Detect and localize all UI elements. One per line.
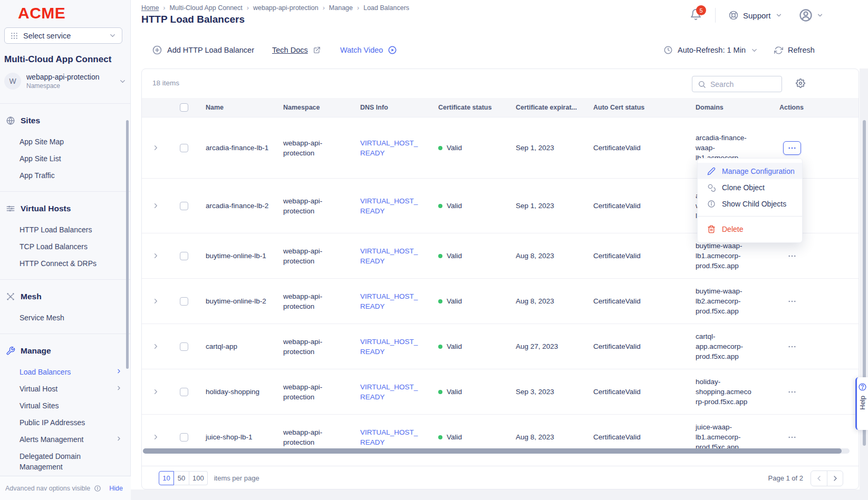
column-header-auto-cert-status[interactable]: Auto Cert status xyxy=(586,104,689,111)
cell-dns-info-link[interactable]: VIRTUAL_HOST_READY xyxy=(353,382,431,402)
sidebar-item-http-load-balancers[interactable]: HTTP Load Balancers xyxy=(0,221,131,238)
add-http-load-balancer-button[interactable]: Add HTTP Load Balancer xyxy=(152,40,254,61)
horizontal-scrollbar[interactable] xyxy=(143,448,850,454)
menu-item-delete[interactable]: Delete xyxy=(698,221,802,237)
previous-page-button[interactable] xyxy=(811,471,827,486)
page-size-100[interactable]: 100 xyxy=(189,471,208,485)
breadcrumb-item[interactable]: Home xyxy=(141,4,159,12)
cell-auto-cert-status: CertificateValid xyxy=(586,432,689,442)
breadcrumb-item[interactable]: Manage xyxy=(329,4,353,12)
cell-auto-cert-status: CertificateValid xyxy=(586,201,689,211)
namespace-selector[interactable]: W webapp-api-protection Namespace xyxy=(4,73,127,90)
column-header-dns-info[interactable]: DNS Info xyxy=(353,104,431,111)
breadcrumb-item[interactable]: Multi-Cloud App Connect xyxy=(170,4,243,12)
items-count: 18 items xyxy=(152,79,179,87)
nav-section-label: Virtual Hosts xyxy=(21,204,71,213)
row-checkbox[interactable] xyxy=(180,433,188,442)
row-actions-button[interactable] xyxy=(783,295,801,308)
row-actions-button[interactable] xyxy=(783,430,801,444)
cell-name: arcadia-finance-lb-2 xyxy=(199,201,276,211)
cell-dns-info-link[interactable]: VIRTUAL_HOST_READY xyxy=(353,291,431,311)
sidebar-item-app-traffic[interactable]: App Traffic xyxy=(0,167,131,184)
page-size-10[interactable]: 10 xyxy=(159,471,174,485)
refresh-button[interactable]: Refresh xyxy=(774,40,815,61)
menu-item-clone-object[interactable]: Clone Object xyxy=(698,179,802,195)
table-settings-gear-icon[interactable] xyxy=(796,79,805,88)
notifications-button[interactable]: 5 xyxy=(690,8,703,22)
menu-item-manage-configuration[interactable]: Manage Configuration xyxy=(698,163,802,179)
column-header-name[interactable]: Name xyxy=(199,104,276,111)
valid-status-dot xyxy=(438,299,442,303)
search-input[interactable] xyxy=(710,80,768,89)
sidebar-item-app-site-map[interactable]: App Site Map xyxy=(0,133,131,150)
hide-link[interactable]: Hide xyxy=(109,485,123,492)
menu-item-show-child-objects[interactable]: Show Child Objects xyxy=(698,195,802,212)
sidebar-item-load-balancers[interactable]: Load Balancers xyxy=(0,364,131,380)
sidebar-item-delegated-domain-management[interactable]: Delegated Domain Management xyxy=(0,448,131,475)
nav-section-title: Mesh xyxy=(0,288,131,305)
sidebar-item-virtual-host[interactable]: Virtual Host xyxy=(0,380,131,397)
row-expander-icon[interactable] xyxy=(152,433,160,441)
cell-dns-info-link[interactable]: VIRTUAL_HOST_READY xyxy=(353,427,431,447)
row-checkbox[interactable] xyxy=(180,342,188,351)
table-search[interactable] xyxy=(692,76,782,92)
column-header-certificate-status[interactable]: Certificate status xyxy=(431,104,509,111)
table-toolbar: 18 items xyxy=(142,69,859,98)
clock-icon xyxy=(663,45,673,55)
nav-section-virtual-hosts: Virtual HostsHTTP Load BalancersTCP Load… xyxy=(0,192,131,280)
cell-domains: cartql-app.acmecorp-prod.f5xc.app xyxy=(689,331,766,361)
cell-dns-info-link[interactable]: VIRTUAL_HOST_READY xyxy=(353,196,431,216)
cell-domains: buytime-waap-lb1.acmecorp-prod.f5xc.app xyxy=(689,241,766,271)
row-expander-icon[interactable] xyxy=(152,252,160,260)
row-expander-icon[interactable] xyxy=(152,297,160,305)
sidebar-scrollbar[interactable] xyxy=(126,120,129,369)
row-actions-button[interactable] xyxy=(783,141,801,155)
row-expander-icon[interactable] xyxy=(152,342,160,350)
row-checkbox[interactable] xyxy=(180,144,188,152)
help-tab[interactable]: Help xyxy=(855,377,868,430)
sidebar-item-public-ip-addresses[interactable]: Public IP Addresses xyxy=(0,414,131,431)
sidebar-item-label: TCP Load Balancers xyxy=(20,241,88,252)
sidebar-item-service-mesh[interactable]: Service Mesh xyxy=(0,309,131,326)
acme-logo: ACME xyxy=(18,4,65,22)
cell-dns-info-link[interactable]: VIRTUAL_HOST_READY xyxy=(353,337,431,357)
sidebar-item-tcp-load-balancers[interactable]: TCP Load Balancers xyxy=(0,238,131,255)
horizontal-scrollbar-thumb[interactable] xyxy=(143,448,842,454)
cell-dns-info-link[interactable]: VIRTUAL_HOST_READY xyxy=(353,138,431,158)
column-header-actions[interactable]: Actions xyxy=(766,104,817,111)
column-header-namespace[interactable]: Namespace xyxy=(276,104,353,111)
tech-docs-link[interactable]: Tech Docs xyxy=(272,40,321,61)
sidebar-item-app-site-list[interactable]: App Site List xyxy=(0,150,131,167)
row-checkbox[interactable] xyxy=(180,297,188,306)
page-size-50[interactable]: 50 xyxy=(174,471,189,485)
breadcrumb-item[interactable]: webapp-api-protection xyxy=(253,4,319,12)
watch-video-link[interactable]: Watch Video xyxy=(340,40,397,61)
breadcrumb-separator: › xyxy=(357,4,359,12)
row-expander-icon[interactable] xyxy=(152,202,160,210)
column-header-certificate-expirat-[interactable]: Certificate expirat... xyxy=(509,104,586,111)
row-actions-button[interactable] xyxy=(783,249,801,263)
row-expander-icon[interactable] xyxy=(152,144,160,152)
sidebar-item-virtual-sites[interactable]: Virtual Sites xyxy=(0,397,131,414)
select-all-checkbox[interactable] xyxy=(180,103,188,112)
row-expander-icon[interactable] xyxy=(152,388,160,396)
valid-status-dot xyxy=(438,345,442,349)
auto-refresh-dropdown[interactable]: Auto-Refresh: 1 Min xyxy=(663,40,758,61)
row-actions-button[interactable] xyxy=(783,385,801,399)
row-actions-button[interactable] xyxy=(783,340,801,354)
service-selector[interactable]: Select service xyxy=(4,27,122,44)
cell-name: juice-shop-lb-1 xyxy=(199,432,276,442)
sidebar-item-alerts-management[interactable]: Alerts Management xyxy=(0,431,131,448)
table-row: cartql-appwebapp-api-protectionVIRTUAL_H… xyxy=(142,324,859,369)
page-toolbar: Add HTTP Load Balancer Tech Docs Watch V… xyxy=(131,40,868,61)
row-checkbox[interactable] xyxy=(180,252,188,260)
sidebar-item-http-connect-drps[interactable]: HTTP Connect & DRPs xyxy=(0,255,131,272)
cell-dns-info-link[interactable]: VIRTUAL_HOST_READY xyxy=(353,246,431,266)
row-checkbox[interactable] xyxy=(180,202,188,210)
column-header-domains[interactable]: Domains xyxy=(689,104,766,111)
row-checkbox[interactable] xyxy=(180,388,188,396)
account-menu[interactable] xyxy=(798,8,824,23)
support-menu[interactable]: Support xyxy=(728,10,783,21)
next-page-button[interactable] xyxy=(827,471,843,486)
table-footer: 1050100 items per page Page 1 of 2 xyxy=(142,466,859,490)
